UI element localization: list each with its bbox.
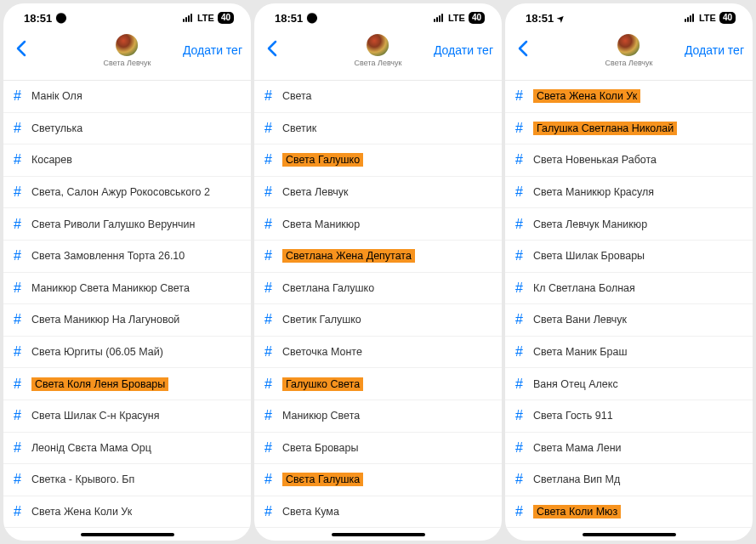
list-item[interactable]: #Светлана Жена Депутата <box>254 241 502 273</box>
list-item[interactable]: #Косарев <box>3 144 251 177</box>
status-bar: 18:51➤LTE40 <box>505 3 753 32</box>
tag-label: Света Шилак С-н Красуня <box>31 410 160 422</box>
list-item[interactable]: #Светик Галушко <box>254 304 502 337</box>
list-item[interactable]: #Манік Оля <box>3 81 251 113</box>
hash-icon: # <box>264 88 272 104</box>
list-item[interactable]: #Света Коли Мюз <box>505 496 753 529</box>
list-item[interactable]: #Света Замовлення Торта 26.10 <box>3 241 251 273</box>
battery-badge: 40 <box>719 12 736 24</box>
list-item[interactable]: #Света Шилак Бровары <box>505 241 753 273</box>
tag-label: Светлана Вип Мд <box>533 473 620 485</box>
list-item[interactable]: #Света Маникюр Красуля <box>505 177 753 209</box>
list-item[interactable]: #Света Галушко <box>254 144 502 177</box>
list-item[interactable]: #Кл Светлана Болная <box>505 273 753 305</box>
list-item[interactable]: #Светик <box>254 113 502 145</box>
nav-bar: Света ЛевчукДодати тег <box>254 32 502 68</box>
list-item[interactable]: #Света, Салон Ажур Рокосовського 2 <box>3 177 251 209</box>
profile-header[interactable]: Света Левчук <box>605 34 653 67</box>
list-item[interactable]: #Света Мама Лени <box>505 433 753 465</box>
bell-slash-icon: 🔕 <box>55 13 67 24</box>
list-item[interactable]: #Света Бровары <box>254 433 502 465</box>
tag-label: Светулька <box>31 122 82 134</box>
hash-icon: # <box>264 217 272 232</box>
add-tag-button[interactable]: Додати тег <box>685 43 744 57</box>
tag-list[interactable]: #Света Жена Коли Ук#Галушка Светлана Ник… <box>505 80 753 541</box>
tag-label: Света Маникюр <box>282 218 360 230</box>
add-tag-button[interactable]: Додати тег <box>183 43 242 57</box>
hash-icon: # <box>264 280 272 296</box>
hash-icon: # <box>264 440 272 456</box>
list-item[interactable]: #Свєта Галушка <box>254 464 502 496</box>
tag-label: Света Маникюр Красуля <box>533 186 654 198</box>
list-item[interactable]: #Маникюр Света Маникюр Света <box>3 273 251 305</box>
tag-label: Света Кума <box>282 506 339 518</box>
tag-label: Света Жена Коли Ук <box>31 506 132 518</box>
tag-label: Света Коли Мюз <box>533 505 621 518</box>
list-item[interactable]: #Света Левчук Маникюр <box>505 208 753 241</box>
list-item[interactable]: #Света Шилак С-н Красуня <box>3 400 251 433</box>
list-item[interactable]: #Леонід Свєта Мама Орц <box>3 433 251 465</box>
network-label: LTE <box>699 13 716 23</box>
back-button[interactable] <box>514 38 532 62</box>
profile-name: Света Левчук <box>605 59 653 67</box>
list-item[interactable]: #Света Маникюр На Лагуновой <box>3 304 251 337</box>
list-item[interactable]: #Галушка Светлана Николай <box>505 113 753 145</box>
back-button[interactable] <box>263 38 281 62</box>
list-item[interactable]: #Света Гость 911 <box>505 400 753 433</box>
list-item[interactable]: #Света Юргиты (06.05 Май) <box>3 337 251 369</box>
location-arrow-icon: ➤ <box>555 12 566 23</box>
profile-header[interactable]: Света Левчук <box>355 34 402 67</box>
status-time: 18:51 <box>275 12 303 25</box>
network-label: LTE <box>448 13 465 23</box>
list-item[interactable]: #Света <box>254 81 502 113</box>
hash-icon: # <box>14 217 21 232</box>
hash-icon: # <box>14 504 21 519</box>
tag-label: Света Новенькая Работа <box>533 154 657 166</box>
tag-label: Галушка Светлана Николай <box>533 122 677 135</box>
hash-icon: # <box>515 152 523 167</box>
nav-bar: Света ЛевчукДодати тег <box>505 32 753 68</box>
list-item[interactable]: #Света Маник Браш <box>505 337 753 369</box>
list-item[interactable]: #Света Кума <box>254 496 502 529</box>
list-item[interactable]: #Света Вани Левчук <box>505 304 753 337</box>
profile-name: Света Левчук <box>104 59 151 67</box>
list-item[interactable]: #Света Коля Леня Бровары <box>3 368 251 400</box>
tag-label: Света Левчук Маникюр <box>533 218 647 230</box>
tag-label: Светлана Галушко <box>282 282 374 294</box>
list-item[interactable]: #Светлана Вип Мд <box>505 464 753 496</box>
tag-label: Света <box>282 90 312 102</box>
list-item[interactable]: #Маникюр Света <box>254 400 502 433</box>
tag-label: Света Жена Коли Ук <box>533 89 640 103</box>
status-time: 18:51 <box>526 12 554 25</box>
home-indicator[interactable] <box>81 533 174 536</box>
battery-badge: 40 <box>218 12 234 24</box>
hash-icon: # <box>515 121 523 136</box>
back-button[interactable] <box>12 38 31 62</box>
tag-label: Света Коля Леня Бровары <box>31 377 168 391</box>
hash-icon: # <box>264 504 272 519</box>
list-item[interactable]: #Светочка Монте <box>254 337 502 369</box>
hash-icon: # <box>264 121 272 136</box>
nav-bar: Света ЛевчукДодати тег <box>3 32 251 68</box>
add-tag-button[interactable]: Додати тег <box>434 43 493 57</box>
tag-list[interactable]: #Света#Светик#Света Галушко#Света Левчук… <box>254 80 502 541</box>
tag-list[interactable]: #Манік Оля#Светулька#Косарев#Света, Сало… <box>3 80 251 541</box>
list-item[interactable]: #Ваня Отец Алекс <box>505 368 753 400</box>
phone-screen: 18:51🔕LTE40Света ЛевчукДодати тег#Света#… <box>254 3 502 541</box>
list-item[interactable]: #Галушко Света <box>254 368 502 400</box>
list-item[interactable]: #Света Риволи Галушко Верунчин <box>3 208 251 241</box>
bell-slash-icon: 🔕 <box>306 13 318 24</box>
signal-icon <box>434 14 443 22</box>
list-item[interactable]: #Светлана Галушко <box>254 273 502 305</box>
profile-header[interactable]: Света Левчук <box>104 34 151 67</box>
home-indicator[interactable] <box>583 533 676 536</box>
list-item[interactable]: #Света Маникюр <box>254 208 502 241</box>
signal-icon <box>183 14 192 22</box>
list-item[interactable]: #Светулька <box>3 113 251 145</box>
list-item[interactable]: #Светка - Крывого. Бп <box>3 464 251 496</box>
list-item[interactable]: #Света Жена Коли Ук <box>505 81 753 113</box>
list-item[interactable]: #Света Левчук <box>254 177 502 209</box>
list-item[interactable]: #Света Новенькая Работа <box>505 144 753 177</box>
list-item[interactable]: #Света Жена Коли Ук <box>3 496 251 529</box>
home-indicator[interactable] <box>332 533 425 536</box>
